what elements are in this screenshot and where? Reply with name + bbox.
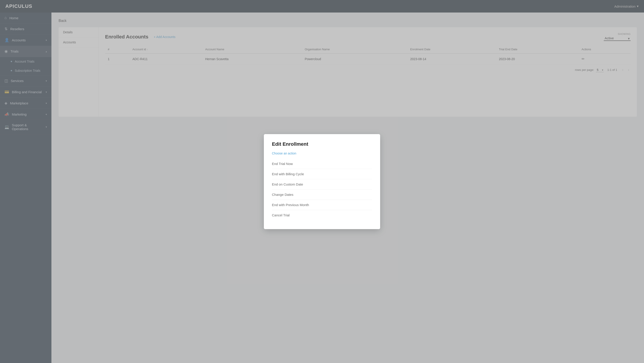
modal-section-label: Choose an action	[272, 152, 372, 155]
option-end-custom-date[interactable]: End on Custom Date	[272, 179, 372, 190]
modal-title: Edit Enrollment	[272, 141, 372, 147]
option-end-with-billing[interactable]: End with Billing Cycle	[272, 169, 372, 179]
modal-overlay[interactable]: Edit Enrollment Choose an action End Tri…	[0, 0, 644, 363]
option-cancel-trial[interactable]: Cancel Trial	[272, 210, 372, 220]
option-end-trial-now[interactable]: End Trial Now	[272, 159, 372, 169]
edit-enrollment-modal: Edit Enrollment Choose an action End Tri…	[264, 134, 380, 229]
option-end-previous-month[interactable]: End with Previous Month	[272, 200, 372, 210]
option-change-dates[interactable]: Change Dates	[272, 190, 372, 200]
